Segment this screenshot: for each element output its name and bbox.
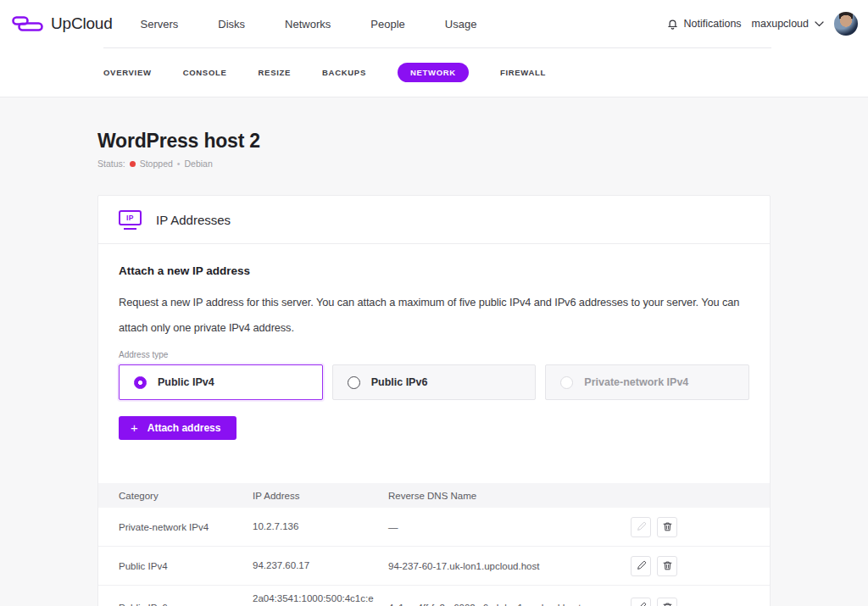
tab-overview[interactable]: OVERVIEW [103,63,152,82]
nav-networks[interactable]: Networks [285,18,331,31]
radio-unselected-icon [348,376,360,389]
cell-dns: — [388,522,631,532]
delete-ip-button[interactable] [657,598,677,606]
trash-icon [662,521,673,532]
radio-disabled-icon [560,376,573,389]
cell-ip: 2a04:3541:1000:500:4c1c:e4ff:fe2a:6002 [253,591,388,606]
tab-firewall[interactable]: FIREWALL [500,63,546,82]
attach-address-button[interactable]: + Attach address [119,416,236,440]
ip-addresses-icon: IP [119,210,142,230]
cell-ip: 10.2.7.136 [253,519,388,536]
address-type-label: Address type [119,350,749,359]
status-dot-icon [130,161,136,167]
nav-people[interactable]: People [370,18,404,31]
card-title: IP Addresses [156,213,231,227]
cell-category: Private-network IPv4 [119,522,253,532]
tab-resize[interactable]: RESIZE [259,63,292,82]
ip-addresses-card: IP IP Addresses Attach a new IP address … [97,195,771,606]
nav-usage[interactable]: Usage [445,18,477,31]
col-reverse-dns: Reverse DNS Name [388,491,631,501]
page-title: WordPress host 2 [97,130,771,153]
cell-category: Public IPv6 [119,603,253,606]
cell-dns: 94-237-60-17.uk-lon1.upcloud.host [388,561,631,571]
edit-ip-button[interactable] [631,598,651,606]
table-row: Private-network IPv4 10.2.7.136 — [98,508,770,547]
table-header: Category IP Address Reverse DNS Name [98,483,770,508]
delete-ip-button[interactable] [657,556,677,576]
notifications-label: Notifications [684,18,742,30]
col-category: Category [119,491,253,501]
edit-ip-button[interactable] [631,556,651,576]
user-menu[interactable]: maxupcloud [752,18,824,30]
attach-ip-section: Attach a new IP address Request a new IP… [98,244,770,462]
radio-label: Private-network IPv4 [584,376,688,388]
delete-ip-button[interactable] [657,517,677,537]
card-header: IP IP Addresses [98,196,770,244]
ip-address-table: Category IP Address Reverse DNS Name Pri… [98,483,770,606]
address-type-group: Public IPv4 Public IPv6 Private-network … [119,364,749,400]
server-os: Debian [185,158,213,169]
tab-console[interactable]: CONSOLE [183,63,227,82]
radio-label: Public IPv4 [158,376,214,388]
server-tab-bar: OVERVIEW CONSOLE RESIZE BACKUPS NETWORK … [0,47,868,97]
radio-label: Public IPv6 [371,376,428,388]
attach-description: Request a new IP address for this server… [119,290,749,341]
pencil-icon [636,560,647,571]
avatar[interactable] [834,12,858,36]
cell-category: Public IPv4 [119,561,253,571]
table-row: Public IPv6 2a04:3541:1000:500:4c1c:e4ff… [98,586,770,606]
trash-icon [662,560,673,571]
notifications-button[interactable]: Notifications [666,18,742,31]
radio-private-network-ipv4: Private-network IPv4 [545,364,749,400]
table-row: Public IPv4 94.237.60.17 94-237-60-17.uk… [98,547,770,586]
radio-public-ipv4[interactable]: Public IPv4 [119,364,323,400]
ip-icon-text: IP [119,210,142,225]
username: maxupcloud [752,18,809,30]
attach-heading: Attach a new IP address [119,264,749,277]
main-nav: Servers Disks Networks People Usage [141,18,477,31]
cell-ip: 94.237.60.17 [253,558,388,575]
tab-network[interactable]: NETWORK [398,63,469,82]
nav-servers[interactable]: Servers [141,18,179,31]
trash-icon [662,602,673,606]
brand-name: UpCloud [51,14,113,33]
nav-disks[interactable]: Disks [218,18,245,31]
radio-public-ipv6[interactable]: Public IPv6 [332,364,537,400]
plus-icon: + [131,423,138,433]
upcloud-logo-icon [12,14,43,33]
col-ip-address: IP Address [253,491,388,501]
top-navigation: UpCloud Servers Disks Networks People Us… [0,0,868,47]
topnav-right: Notifications maxupcloud [666,12,859,36]
edit-ip-button [631,517,651,537]
status-value: Stopped [140,158,173,169]
status-label: Status: [97,158,125,169]
bell-icon [666,18,679,31]
upcloud-logo[interactable]: UpCloud [12,14,113,33]
main-content: WordPress host 2 Status: Stopped • Debia… [0,97,868,606]
tab-backups[interactable]: BACKUPS [322,63,366,82]
status-separator: • [177,158,181,169]
server-status: Status: Stopped • Debian [97,158,771,169]
radio-selected-icon [134,376,147,389]
pencil-icon [636,521,647,532]
attach-button-label: Attach address [147,422,221,434]
cell-dns: 4c1c-e4ff-fe2a-6002.v6.uk-lon1.upcloud.h… [388,603,631,606]
chevron-down-icon [815,21,824,27]
pencil-icon [636,602,647,606]
